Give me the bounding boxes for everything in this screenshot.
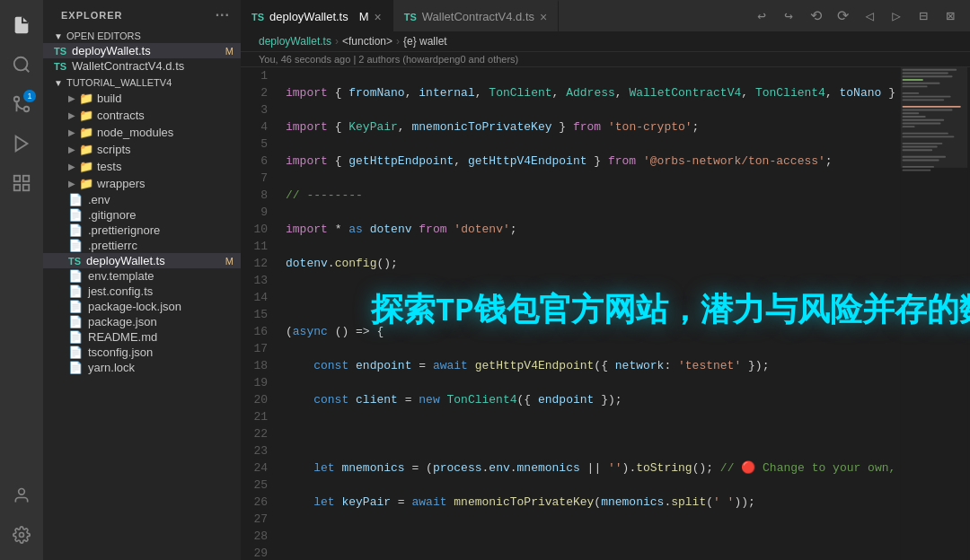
modified-badge-1: M	[225, 46, 234, 57]
breadcrumb-file[interactable]: deployWallet.ts	[259, 35, 331, 48]
forward-icon[interactable]: ▷	[884, 4, 909, 29]
activity-bar	[0, 0, 43, 560]
file-yarn-lock[interactable]: 📄 yarn.lock	[43, 360, 241, 375]
search-icon[interactable]	[4, 47, 40, 83]
svg-point-10	[20, 533, 24, 538]
tab-deploy-wallet[interactable]: TS deployWallet.ts M ×	[241, 0, 393, 31]
file-icon-gitignore: 📄	[68, 208, 83, 222]
tab-lang-1: TS	[251, 12, 264, 22]
file-name-env-template: env.template	[88, 269, 154, 283]
file-tsconfig[interactable]: 📄 tsconfig.json	[43, 345, 241, 360]
open-editors-label: OPEN EDITORS	[66, 31, 141, 41]
git-info: You, 46 seconds ago | 2 authors (howardp…	[241, 52, 970, 67]
tab-bar: TS deployWallet.ts M × TS WalletContract…	[241, 0, 970, 31]
debug-icon[interactable]	[4, 126, 40, 162]
sidebar-header: EXPLORER ···	[43, 0, 241, 27]
folder-icon-tests: 📁	[79, 160, 93, 173]
file-name-deploy: deployWallet.ts	[86, 254, 165, 267]
file-gitignore[interactable]: 📄 .gitignore	[43, 207, 241, 223]
folder-icon-contracts: 📁	[79, 109, 93, 122]
svg-point-3	[14, 97, 20, 102]
editor-area: TS deployWallet.ts M × TS WalletContract…	[241, 0, 970, 560]
folder-name-tests: tests	[97, 160, 121, 173]
extensions-icon[interactable]	[4, 165, 40, 201]
ts-icon-2: TS	[54, 61, 66, 72]
source-control-icon[interactable]	[4, 86, 40, 122]
file-icon-deploy: TS	[68, 256, 81, 267]
folder-wrappers[interactable]: ▶ 📁 wrappers	[43, 175, 241, 192]
file-icon-prettierignore: 📄	[68, 223, 83, 237]
folder-scripts[interactable]: ▶ 📁 scripts	[43, 141, 241, 158]
tab-label-2: WalletContractV4.d.ts	[422, 10, 534, 23]
folder-arrow-build: ▶	[68, 93, 75, 103]
project-name: TUTORIAL_WALLETV4	[66, 77, 172, 88]
folder-arrow-scripts: ▶	[68, 144, 75, 154]
breadcrumb-function[interactable]: <function>	[342, 35, 392, 48]
folder-contracts[interactable]: ▶ 📁 contracts	[43, 107, 241, 124]
svg-rect-36	[903, 170, 931, 171]
project-section[interactable]: ▼ TUTORIAL_WALLETV4	[43, 74, 241, 90]
file-name-tsconfig: tsconfig.json	[88, 346, 153, 359]
file-jest-config[interactable]: 📄 jest.config.ts	[43, 284, 241, 299]
folder-name-contracts: contracts	[97, 109, 145, 122]
file-package-lock[interactable]: 📄 package-lock.json	[43, 299, 241, 314]
open-editors-list: TS deployWallet.ts M TS WalletContractV4…	[43, 43, 241, 74]
back-icon[interactable]: ◁	[857, 4, 882, 29]
tab-wallet-contract[interactable]: TS WalletContractV4.d.ts ×	[393, 0, 559, 31]
top-right-toolbar: ↩ ↪ ⟲ ⟳ ◁ ▷ ⊟ ⊠	[742, 0, 970, 31]
folder-icon-wrappers: 📁	[79, 177, 93, 190]
folder-arrow-wrappers: ▶	[68, 179, 75, 188]
file-icon-package-lock: 📄	[68, 300, 83, 313]
svg-point-9	[19, 489, 25, 495]
open-editor-filename-1: deployWallet.ts	[72, 44, 151, 57]
code-content[interactable]: import { fromNano, internal, TonClient, …	[278, 67, 898, 560]
open-editors-arrow: ▼	[54, 31, 63, 41]
sidebar-more-button[interactable]: ···	[216, 7, 230, 23]
svg-point-0	[14, 57, 28, 71]
open-editor-wallet-contract[interactable]: TS WalletContractV4.d.ts	[43, 58, 241, 74]
undo-icon[interactable]: ↩	[749, 4, 774, 29]
breadcrumb-sep-1: ›	[335, 35, 339, 48]
file-deploy-wallet[interactable]: TS deployWallet.ts M	[43, 253, 241, 268]
account-icon[interactable]	[4, 477, 40, 513]
open-editors-section[interactable]: ▼ OPEN EDITORS	[43, 27, 241, 43]
tab-close-2[interactable]: ×	[540, 10, 547, 24]
breadcrumb-sep-2: ›	[396, 35, 400, 48]
svg-line-1	[25, 68, 29, 72]
folder-name-scripts: scripts	[97, 143, 131, 156]
split-icon[interactable]: ⊟	[911, 4, 936, 29]
file-icon-yarn: 📄	[68, 361, 83, 374]
file-name-prettierignore: .prettierignore	[88, 223, 160, 237]
redo-icon[interactable]: ↪	[776, 4, 801, 29]
code-editor: 12345 678910 1112131415 1617181920 21222…	[241, 67, 970, 560]
svg-rect-8	[23, 185, 29, 190]
breadcrumb-wallet[interactable]: {e} wallet	[403, 35, 447, 48]
file-name-prettierrc: .prettierrc	[88, 239, 137, 252]
settings-icon[interactable]	[4, 517, 40, 553]
sidebar: EXPLORER ··· ▼ OPEN EDITORS TS deployWal…	[43, 0, 241, 560]
svg-rect-6	[23, 176, 29, 181]
folder-arrow-node-modules: ▶	[68, 127, 75, 137]
folder-icon-build: 📁	[79, 92, 93, 105]
folder-arrow-tests: ▶	[68, 162, 75, 171]
file-prettierrc[interactable]: 📄 .prettierrc	[43, 238, 241, 253]
file-prettierignore[interactable]: 📄 .prettierignore	[43, 223, 241, 238]
file-icon-package: 📄	[68, 315, 83, 328]
folder-node-modules[interactable]: ▶ 📁 node_modules	[43, 124, 241, 141]
layout-icon[interactable]: ⊠	[938, 4, 963, 29]
folder-arrow-contracts: ▶	[68, 110, 75, 120]
refresh-icon[interactable]: ⟲	[803, 4, 828, 29]
folder-tests[interactable]: ▶ 📁 tests	[43, 158, 241, 175]
file-env-template[interactable]: 📄 env.template	[43, 268, 241, 284]
open-editor-deploy-wallet[interactable]: TS deployWallet.ts M	[43, 43, 241, 58]
files-icon[interactable]	[4, 7, 40, 43]
folder-build[interactable]: ▶ 📁 build	[43, 90, 241, 107]
tab-close-1[interactable]: ×	[375, 10, 382, 24]
file-readme[interactable]: 📄 README.md	[43, 329, 241, 345]
file-env[interactable]: 📄 .env	[43, 192, 241, 207]
file-icon-jest: 📄	[68, 284, 83, 298]
modified-badge-deploy: M	[225, 256, 234, 267]
svg-point-2	[24, 107, 30, 112]
file-package[interactable]: 📄 package.json	[43, 314, 241, 329]
sync-icon[interactable]: ⟳	[830, 4, 855, 29]
